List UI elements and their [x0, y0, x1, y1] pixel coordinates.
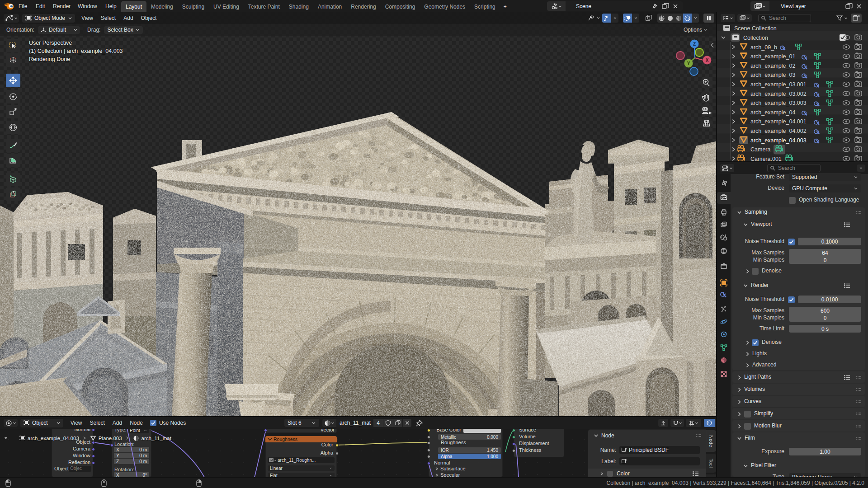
svg-text:arch_example_04.003: arch_example_04.003 [750, 137, 807, 144]
svg-text:Collection: Collection [743, 35, 768, 41]
svg-text:arch_example_03: arch_example_03 [750, 72, 795, 78]
svg-text:Z: Z [693, 42, 696, 47]
svg-text:arch_example_04: arch_example_04 [750, 109, 795, 116]
svg-text:arch_example_01: arch_example_01 [750, 53, 795, 60]
svg-text:Camera: Camera [750, 146, 771, 153]
svg-text:Scene Collection: Scene Collection [734, 25, 777, 32]
svg-text:arch_09_b: arch_09_b [750, 44, 777, 51]
svg-text:arch_example_03.003: arch_example_03.003 [750, 100, 807, 106]
svg-text:Y: Y [687, 61, 690, 66]
svg-text:arch_example_04.001: arch_example_04.001 [750, 118, 807, 125]
svg-text:arch_example_03.002: arch_example_03.002 [750, 91, 807, 97]
svg-text:arch_example_03.001: arch_example_03.001 [750, 81, 807, 88]
svg-text:arch_example_02: arch_example_02 [750, 63, 795, 69]
svg-text:arch_example_04.002: arch_example_04.002 [750, 128, 807, 134]
svg-text:Camera.001: Camera.001 [750, 156, 782, 161]
svg-text:X: X [706, 58, 709, 63]
